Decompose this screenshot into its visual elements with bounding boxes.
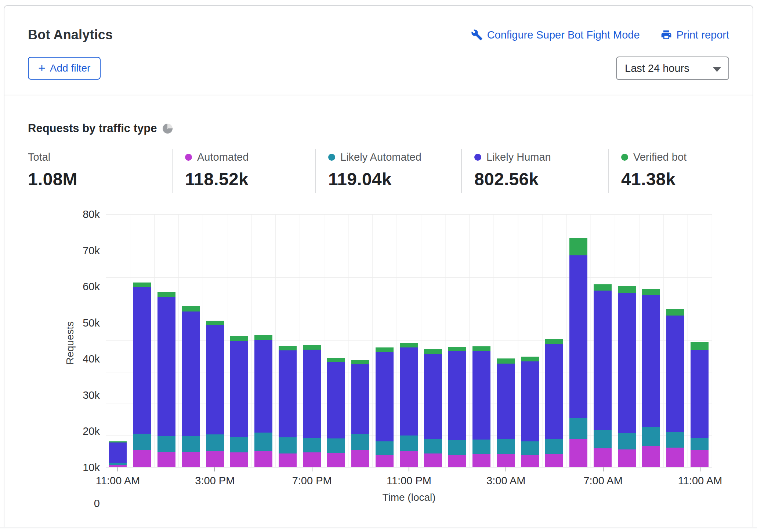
stacked-bar[interactable] <box>569 214 587 467</box>
bar-segment-likely-automated[interactable] <box>303 438 321 452</box>
stacked-bar[interactable] <box>448 214 466 467</box>
bar-segment-likely-human[interactable] <box>569 255 587 418</box>
bar-segment-likely-automated[interactable] <box>691 438 709 450</box>
bar-segment-automated[interactable] <box>642 446 660 467</box>
bar-segment-automated[interactable] <box>521 455 539 467</box>
bar-segment-likely-human[interactable] <box>279 350 297 437</box>
bar-segment-verified-bot[interactable] <box>642 289 660 295</box>
bar-segment-likely-human[interactable] <box>303 350 321 438</box>
bar-segment-likely-human[interactable] <box>594 291 612 430</box>
bar-segment-verified-bot[interactable] <box>254 335 272 340</box>
bar-segment-likely-human[interactable] <box>182 311 200 436</box>
bar-segment-automated[interactable] <box>157 452 175 467</box>
stacked-bar[interactable] <box>109 214 127 467</box>
bar-segment-likely-human[interactable] <box>472 351 490 440</box>
bar-segment-automated[interactable] <box>254 451 272 467</box>
bar-segment-likely-human[interactable] <box>497 364 515 439</box>
bar-segment-verified-bot[interactable] <box>327 358 345 362</box>
stacked-bar[interactable] <box>230 214 248 467</box>
bar-segment-verified-bot[interactable] <box>206 321 224 325</box>
bar-segment-likely-human[interactable] <box>376 352 394 441</box>
bar-segment-likely-automated[interactable] <box>497 439 515 454</box>
bar-segment-likely-automated[interactable] <box>206 434 224 451</box>
bar-segment-likely-automated[interactable] <box>376 441 394 455</box>
stacked-bar[interactable] <box>545 214 563 467</box>
bar-segment-likely-human[interactable] <box>327 362 345 438</box>
stacked-bar[interactable] <box>691 214 709 467</box>
stacked-bar[interactable] <box>424 214 442 467</box>
bar-segment-automated[interactable] <box>182 452 200 467</box>
bar-segment-likely-automated[interactable] <box>642 427 660 446</box>
bar-segment-verified-bot[interactable] <box>424 349 442 354</box>
bar-segment-likely-human[interactable] <box>521 361 539 441</box>
configure-super-bot-fight-mode-link[interactable]: Configure Super Bot Fight Mode <box>471 29 640 41</box>
bar-segment-verified-bot[interactable] <box>376 347 394 352</box>
bar-segment-verified-bot[interactable] <box>472 346 490 351</box>
bar-segment-verified-bot[interactable] <box>351 360 369 364</box>
bar-segment-likely-automated[interactable] <box>279 437 297 453</box>
bar-segment-automated[interactable] <box>133 450 151 467</box>
bar-segment-automated[interactable] <box>230 452 248 467</box>
stacked-bar[interactable] <box>618 214 636 467</box>
bar-segment-verified-bot[interactable] <box>691 342 709 350</box>
bar-segment-verified-bot[interactable] <box>497 358 515 364</box>
bar-segment-likely-human[interactable] <box>666 316 684 432</box>
bar-segment-verified-bot[interactable] <box>400 343 418 347</box>
bar-segment-automated[interactable] <box>303 452 321 467</box>
bar-segment-automated[interactable] <box>109 465 127 467</box>
stacked-bar[interactable] <box>279 214 297 467</box>
bar-segment-automated[interactable] <box>206 451 224 467</box>
stacked-bar[interactable] <box>376 214 394 467</box>
bar-segment-likely-automated[interactable] <box>545 439 563 454</box>
bar-segment-automated[interactable] <box>351 450 369 467</box>
bar-segment-verified-bot[interactable] <box>182 306 200 311</box>
bar-segment-likely-automated[interactable] <box>569 418 587 439</box>
bar-segment-automated[interactable] <box>594 448 612 467</box>
bar-segment-likely-human[interactable] <box>642 295 660 427</box>
bar-segment-likely-human[interactable] <box>157 297 175 436</box>
bar-segment-likely-automated[interactable] <box>157 436 175 452</box>
bar-segment-automated[interactable] <box>666 448 684 467</box>
bar-segment-likely-automated[interactable] <box>424 439 442 453</box>
bar-segment-automated[interactable] <box>327 453 345 467</box>
bar-segment-likely-human[interactable] <box>109 442 127 463</box>
bar-segment-likely-human[interactable] <box>424 354 442 439</box>
stacked-bar[interactable] <box>666 214 684 467</box>
bar-segment-verified-bot[interactable] <box>230 336 248 341</box>
stacked-bar[interactable] <box>642 214 660 467</box>
bar-segment-verified-bot[interactable] <box>133 283 151 287</box>
bar-segment-likely-human[interactable] <box>448 351 466 440</box>
bar-segment-verified-bot[interactable] <box>618 286 636 293</box>
stacked-bar[interactable] <box>133 214 151 467</box>
bar-segment-verified-bot[interactable] <box>157 292 175 297</box>
bar-segment-automated[interactable] <box>545 454 563 467</box>
bar-segment-likely-automated[interactable] <box>182 436 200 452</box>
time-range-select[interactable]: Last 24 hours <box>616 57 729 80</box>
stacked-bar[interactable] <box>400 214 418 467</box>
add-filter-button[interactable]: + Add filter <box>28 57 101 80</box>
bar-segment-likely-human[interactable] <box>133 287 151 434</box>
print-report-link[interactable]: Print report <box>660 29 729 41</box>
bar-segment-likely-human[interactable] <box>230 341 248 437</box>
bar-segment-likely-automated[interactable] <box>400 436 418 451</box>
bar-segment-likely-automated[interactable] <box>254 433 272 451</box>
stacked-bar[interactable] <box>497 214 515 467</box>
bar-segment-likely-automated[interactable] <box>472 440 490 454</box>
bar-segment-automated[interactable] <box>400 451 418 467</box>
bar-segment-likely-human[interactable] <box>545 344 563 439</box>
stacked-bar[interactable] <box>182 214 200 467</box>
stacked-bar[interactable] <box>157 214 175 467</box>
bar-segment-verified-bot[interactable] <box>666 309 684 316</box>
bar-segment-likely-human[interactable] <box>351 364 369 434</box>
bar-segment-automated[interactable] <box>376 455 394 467</box>
stacked-bar[interactable] <box>472 214 490 467</box>
bar-segment-likely-human[interactable] <box>206 325 224 434</box>
bar-segment-likely-human[interactable] <box>691 350 709 438</box>
bar-segment-likely-automated[interactable] <box>230 437 248 452</box>
bar-segment-automated[interactable] <box>497 454 515 467</box>
bar-segment-likely-automated[interactable] <box>618 433 636 449</box>
bar-segment-likely-human[interactable] <box>400 347 418 436</box>
bar-segment-likely-automated[interactable] <box>327 438 345 453</box>
bar-segment-automated[interactable] <box>618 449 636 467</box>
bar-segment-verified-bot[interactable] <box>303 345 321 350</box>
